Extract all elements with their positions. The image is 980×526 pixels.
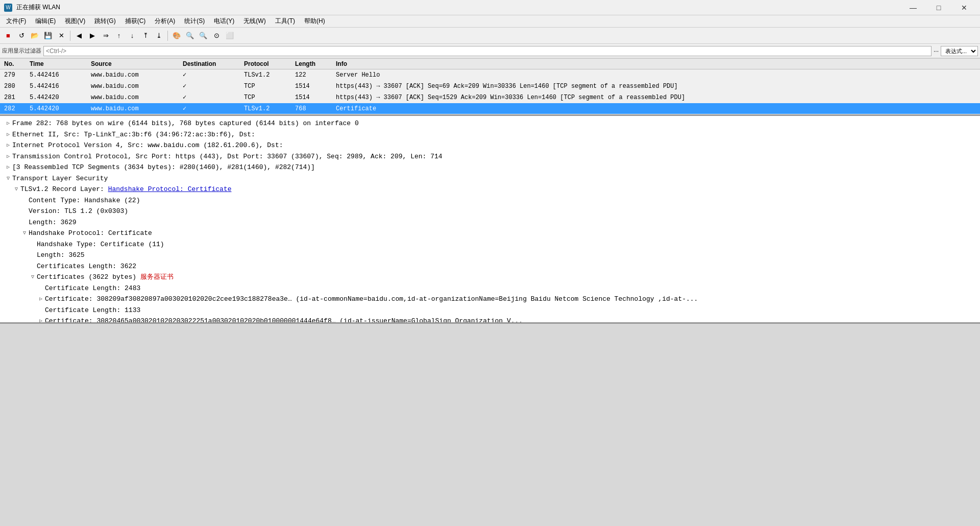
packet-list-header: No. Time Source Destination Protocol Len… [0,58,980,69]
filter-bar: 应用显示过滤器 ··· 表达式... [0,44,980,58]
detail-line-text: Version: TLS 1.2 (0x0303) [29,206,128,217]
packet-info: https(443) → 33607 [ACK] Seq=1529 Ack=20… [334,94,978,101]
menu-item-编辑(E)[interactable]: 编辑(E) [31,16,60,27]
detail-toggle-icon[interactable]: ▷ [37,295,45,303]
detail-line-text: Certificates Length: 3622 [37,261,136,272]
close-button[interactable]: ✕ [952,0,976,15]
packet-length: 1514 [293,94,334,101]
detail-line[interactable]: Length: 3629 [4,217,976,228]
col-length: Length [293,60,334,67]
menu-item-捕获(C)[interactable]: 捕获(C) [121,16,150,27]
packet-no: 280 [2,83,28,90]
detail-line-text: Content Type: Handshake (22) [29,196,140,206]
packet-no: 282 [2,105,28,112]
detail-line[interactable]: Certificate Length: 2483 [4,283,976,294]
close-file-button[interactable]: ✕ [55,30,67,42]
detail-line[interactable]: ▷Certificate: 30820465a00302010202030222… [4,316,976,322]
detail-toggle-icon[interactable]: ▷ [4,153,12,160]
detail-line[interactable]: ▷Ethernet II, Src: Tp-LinkT_ac:3b:f6 (34… [4,129,976,140]
detail-toggle-icon[interactable]: ▽ [12,185,20,193]
detail-line[interactable]: Handshake Type: Certificate (11) [4,239,976,250]
detail-toggle-icon[interactable]: ▷ [4,163,12,171]
detail-toggle-icon[interactable]: ▷ [4,141,12,149]
prev-packet-button[interactable]: ↑ [113,30,125,42]
colorize-button[interactable]: 🎨 [170,30,183,42]
detail-toggle-icon[interactable]: ▽ [20,229,29,237]
detail-line[interactable]: ▽Handshake Protocol: Certificate [4,228,976,239]
save-file-button[interactable]: 💾 [42,30,54,42]
menu-item-文件(F)[interactable]: 文件(F) [2,16,30,27]
detail-line[interactable]: ▷[3 Reassembled TCP Segments (3634 bytes… [4,162,976,173]
packet-no: 281 [2,94,28,101]
filter-dropdown[interactable]: 表达式... [941,46,978,56]
detail-line[interactable]: ▽Transport Layer Security [4,173,976,184]
packet-destination: ✓ [181,93,242,101]
packet-time: 5.442416 [28,71,89,79]
detail-line[interactable]: Version: TLS 1.2 (0x0303) [4,206,976,217]
packet-length: 768 [293,105,334,112]
detail-line[interactable]: ▷Internet Protocol Version 4, Src: www.b… [4,140,976,151]
forward-button[interactable]: ▶ [86,30,99,42]
packet-row[interactable]: 279 5.442416 www.baidu.com ✓ TLSv1.2 122… [0,69,980,81]
filter-right: ··· 表达式... [934,46,978,56]
detail-toggle-icon[interactable]: ▽ [29,273,37,281]
packet-row[interactable]: 281 5.442420 www.baidu.com ✓ TCP 1514 ht… [0,92,980,103]
menu-item-跳转(G)[interactable]: 跳转(G) [90,16,119,27]
zoom-normal-button[interactable]: ⊙ [210,30,223,42]
zoom-in-button[interactable]: 🔍 [184,30,196,42]
zoom-out-button[interactable]: 🔍 [197,30,209,42]
restart-button[interactable]: ↺ [15,30,28,42]
packet-length: 122 [293,71,334,79]
detail-line[interactable]: Certificates Length: 3622 [4,261,976,272]
menu-item-统计(S)[interactable]: 统计(S) [180,16,209,27]
detail-line[interactable]: Content Type: Handshake (22) [4,195,976,206]
detail-line-text: Certificate Length: 2483 [45,283,140,294]
filter-label: 应用显示过滤器 [2,47,41,55]
detail-line[interactable]: ▽Certificates (3622 bytes) 服务器证书 [4,272,976,283]
menu-item-帮助(H)[interactable]: 帮助(H) [300,16,329,27]
toolbar: ■ ↺ 📂 💾 ✕ ◀ ▶ ⇒ ↑ ↓ ⤒ ⤓ 🎨 🔍 🔍 ⊙ ⬜ [0,28,980,44]
packet-info: https(443) → 33607 [ACK] Seq=69 Ack=209 … [334,83,978,90]
packet-source: www.baidu.com [89,105,181,112]
minimize-button[interactable]: — [901,0,925,15]
menu-item-无线(W)[interactable]: 无线(W) [239,16,270,27]
detail-toggle-icon[interactable]: ▷ [4,119,12,127]
detail-line[interactable]: Certificate Length: 1133 [4,305,976,316]
detail-line-text: Transmission Control Protocol, Src Port:… [12,152,443,162]
detail-line-text: Frame 282: 768 bytes on wire (6144 bits)… [12,118,359,129]
detail-line[interactable]: Length: 3625 [4,250,976,261]
packet-destination: ✓ [181,105,242,112]
back-button[interactable]: ◀ [73,30,85,42]
open-file-button[interactable]: 📂 [29,30,41,42]
detail-toggle-icon[interactable]: ▷ [37,317,45,322]
detail-toggle-icon[interactable]: ▽ [4,175,12,182]
packet-row[interactable]: 280 5.442416 www.baidu.com ✓ TCP 1514 ht… [0,81,980,92]
packet-time: 5.442420 [28,105,89,112]
red-label: 服务器证书 [140,273,174,281]
menu-item-视图(V)[interactable]: 视图(V) [61,16,89,27]
next-packet-button[interactable]: ↓ [126,30,138,42]
packet-protocol: TCP [242,83,293,90]
detail-line[interactable]: ▷Transmission Control Protocol, Src Port… [4,151,976,162]
detail-link[interactable]: Handshake Protocol: Certificate [108,185,232,193]
menu-item-工具(T)[interactable]: 工具(T) [271,16,299,27]
detail-line[interactable]: ▷Certificate: 308209af30820897a003020102… [4,294,976,305]
first-packet-button[interactable]: ⤒ [139,30,152,42]
detail-line-text: Internet Protocol Version 4, Src: www.ba… [12,140,283,151]
detail-toggle-icon[interactable]: ▷ [4,131,12,138]
main-container: No. Time Source Destination Protocol Len… [0,58,980,526]
detail-line-text: Handshake Type: Certificate (11) [37,240,164,250]
packet-source: www.baidu.com [89,94,181,101]
detail-line[interactable]: ▷Frame 282: 768 bytes on wire (6144 bits… [4,118,976,129]
go-packet-button[interactable]: ⇒ [100,30,112,42]
filter-input[interactable] [43,46,932,56]
last-packet-button[interactable]: ⤓ [153,30,165,42]
maximize-button[interactable]: □ [927,0,950,15]
packet-destination: ✓ [181,82,242,90]
detail-line[interactable]: ▽TLSv1.2 Record Layer: Handshake Protoco… [4,184,976,195]
menu-item-分析(A)[interactable]: 分析(A) [151,16,179,27]
stop-capture-button[interactable]: ■ [2,30,14,42]
menu-item-电话(Y)[interactable]: 电话(Y) [210,16,238,27]
fullscreen-button[interactable]: ⬜ [224,30,236,42]
packet-row[interactable]: 282 5.442420 www.baidu.com ✓ TLSv1.2 768… [0,103,980,114]
